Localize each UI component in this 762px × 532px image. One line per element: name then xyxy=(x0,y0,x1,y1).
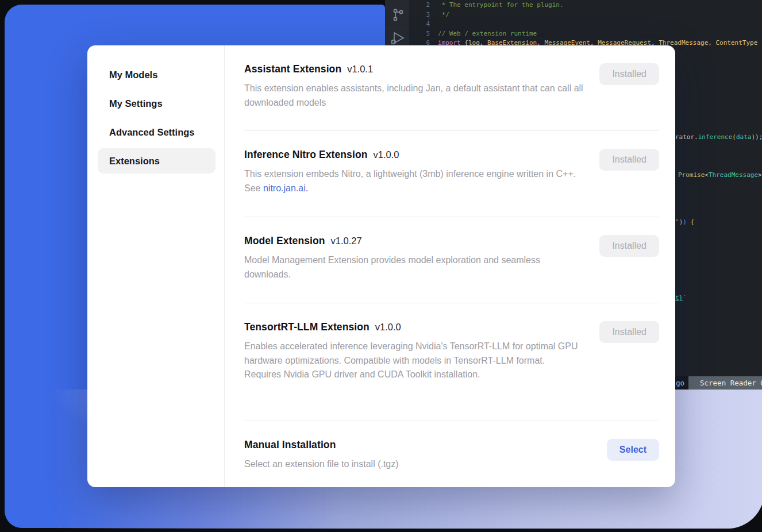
extension-version: v1.0.27 xyxy=(331,236,362,246)
code-fragment: Promise<ThreadMessage> xyxy=(678,170,762,180)
sidebar-item-label: Advanced Settings xyxy=(109,127,195,138)
sidebar-item-label: My Models xyxy=(109,70,157,80)
code-line: 3 */ xyxy=(409,10,762,20)
run-and-debug-icon[interactable] xyxy=(390,31,407,46)
line-number: 3 xyxy=(409,10,430,20)
extension-name: Model Extension xyxy=(244,235,325,247)
settings-modal: My Models My Settings Advanced Settings … xyxy=(87,45,675,487)
extension-action-button[interactable]: Installed xyxy=(599,235,659,257)
extension-description: Select an extension file to install (.tg… xyxy=(244,457,399,472)
sidebar-item-label: Extensions xyxy=(109,156,160,167)
extension-version: v1.0.0 xyxy=(375,322,401,333)
hero-composition: 2 * The entrypoint for the plugin.3 */45… xyxy=(0,0,762,532)
sidebar-item-extensions[interactable]: Extensions xyxy=(98,148,215,174)
code-text: * The entrypoint for the plugin. xyxy=(438,0,564,10)
extension-version: v1.0.0 xyxy=(374,149,399,160)
code-fragment: t}` xyxy=(675,293,687,303)
extension-description: Enables accelerated inference leveraging… xyxy=(244,340,583,382)
line-number: 2 xyxy=(409,0,430,10)
indent-guide xyxy=(429,11,429,28)
code-line: 2 * The entrypoint for the plugin. xyxy=(409,0,762,10)
extension-row: Assistant Extension v1.0.1 This extensio… xyxy=(244,45,659,131)
code-line: 5// Web / extension runtime xyxy=(409,29,762,38)
extension-link[interactable]: nitro.jan.ai. xyxy=(263,183,308,193)
code-fragment: ")) { xyxy=(675,217,694,227)
line-number: 5 xyxy=(409,29,430,38)
extension-name: TensortRT-LLM Extension xyxy=(244,321,370,333)
extension-action-button[interactable]: Installed xyxy=(599,63,659,85)
extension-action-button[interactable]: Installed xyxy=(599,321,659,343)
extension-description: Model Management Extension provides mode… xyxy=(244,253,583,282)
extension-row: Model Extension v1.0.27 Model Management… xyxy=(244,217,659,303)
extension-name: Inference Nitro Extension xyxy=(244,149,368,161)
screen-reader-optimized-status[interactable]: Screen Reader Optimize xyxy=(688,376,762,390)
sidebar-item-advanced-settings[interactable]: Advanced Settings xyxy=(98,119,215,145)
source-control-icon[interactable] xyxy=(392,8,405,22)
code-fragment: rator.inference(data)); xyxy=(675,132,762,142)
sidebar-item-my-settings[interactable]: My Settings xyxy=(98,91,215,116)
sidebar-item-label: My Settings xyxy=(109,98,163,109)
code-text: // Web / extension runtime xyxy=(438,29,537,38)
extension-action-button[interactable]: Installed xyxy=(599,149,659,171)
extension-description: This extension enables assistants, inclu… xyxy=(244,82,583,110)
line-number: 4 xyxy=(409,19,430,29)
extensions-list: Assistant Extension v1.0.1 This extensio… xyxy=(225,45,675,487)
extension-version: v1.0.1 xyxy=(347,64,373,75)
extension-row: Inference Nitro Extension v1.0.0 This ex… xyxy=(244,131,659,217)
code-line: 4 xyxy=(409,19,762,29)
sidebar-item-my-models[interactable]: My Models xyxy=(98,62,215,87)
extension-description: This extension embeds Nitro, a lightweig… xyxy=(244,167,583,195)
settings-sidebar: My Models My Settings Advanced Settings … xyxy=(87,45,225,487)
extension-row: TensortRT-LLM Extension v1.0.0 Enables a… xyxy=(244,303,659,421)
code-text: */ xyxy=(438,10,449,20)
status-bar-text: go xyxy=(676,376,684,390)
extension-action-button[interactable]: Select xyxy=(607,439,659,461)
extension-name: Assistant Extension xyxy=(244,63,341,75)
extension-name: Manual Installation xyxy=(244,439,336,451)
extension-row: Manual Installation Select an extension … xyxy=(244,421,659,487)
